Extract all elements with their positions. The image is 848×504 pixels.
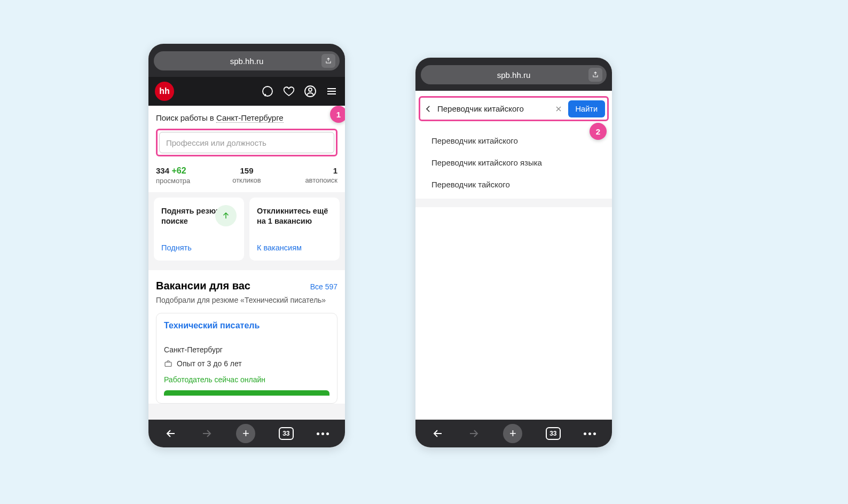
browser-url-bar: spb.hh.ru (148, 44, 345, 77)
vacancies-heading: Вакансии для вас (156, 280, 250, 292)
svg-point-0 (263, 86, 272, 96)
tabs-count-button[interactable]: 33 (546, 427, 561, 440)
find-button[interactable]: Найти (568, 100, 605, 117)
svg-point-2 (309, 88, 312, 91)
card-apply-more[interactable]: Откликнитесь ещё на 1 вакансию К ваканси… (249, 198, 340, 261)
arrow-right-icon (200, 427, 213, 440)
briefcase-icon (164, 359, 172, 368)
card-raise-resume[interactable]: Поднять резюме в поиске Поднять (154, 198, 244, 261)
apply-button-partial[interactable] (164, 390, 329, 396)
vacancy-experience: Опыт от 3 до 6 лет (177, 359, 242, 368)
chat-button[interactable] (261, 84, 274, 98)
stat-views[interactable]: 334 +62 просмотра (156, 166, 216, 185)
suggestions-list: Переводчик китайского Переводчик китайск… (415, 127, 612, 199)
arrow-up-badge (215, 205, 237, 226)
city-link[interactable]: Санкт-Петербурге (216, 113, 284, 123)
vacancy-city: Санкт-Петербург (164, 345, 329, 354)
share-button[interactable] (321, 54, 335, 68)
browser-url-bar: spb.hh.ru (415, 58, 612, 91)
hamburger-icon (325, 85, 338, 98)
suggestion-item[interactable]: Переводчик китайского языка (415, 152, 612, 174)
vacancy-card[interactable]: Технический писатель Санкт-Петербург Опы… (156, 313, 337, 404)
url-pill[interactable]: spb.hh.ru (421, 65, 607, 84)
phone-screenshot-1: 1 spb.hh.ru hh Поиск работы в Санкт-Пете… (148, 44, 345, 447)
nav-back-button[interactable] (431, 427, 444, 440)
search-input[interactable] (159, 132, 334, 153)
back-button[interactable] (422, 104, 434, 114)
employer-online: Работодатель сейчас онлайн (164, 375, 329, 384)
browser-bottom-nav: + 33 (415, 420, 612, 447)
arrow-left-icon (431, 427, 444, 440)
clear-search-button[interactable] (552, 105, 565, 113)
share-icon (592, 71, 599, 78)
stat-autosearch[interactable]: 1 автопоиск (277, 166, 337, 185)
arrow-left-icon (164, 427, 177, 440)
vacancy-title[interactable]: Технический писатель (164, 321, 329, 330)
nav-forward-button[interactable] (467, 427, 480, 440)
nav-forward-button[interactable] (200, 427, 213, 440)
new-tab-button[interactable]: + (503, 424, 522, 443)
arrow-up-icon (221, 211, 231, 220)
search-input[interactable]: Переводчик китайского (437, 100, 549, 117)
hh-logo[interactable]: hh (155, 82, 174, 101)
vacancies-all-link[interactable]: Все 597 (310, 282, 337, 291)
heart-icon (282, 85, 295, 98)
raise-link[interactable]: Поднять (161, 236, 237, 252)
url-text: spb.hh.ru (230, 57, 264, 66)
nav-back-button[interactable] (164, 427, 177, 440)
suggestion-item[interactable]: Переводчик тайского (415, 174, 612, 195)
profile-button[interactable] (303, 84, 317, 98)
tabs-count-button[interactable]: 33 (279, 427, 294, 440)
url-text: spb.hh.ru (497, 70, 531, 80)
arrow-right-icon (467, 427, 480, 440)
search-title: Поиск работы в Санкт-Петербурге (156, 113, 337, 122)
to-vacancies-link[interactable]: К вакансиям (257, 236, 332, 252)
close-icon (554, 105, 563, 113)
callout-badge-1: 1 (330, 106, 345, 123)
share-icon (325, 57, 332, 65)
svg-rect-3 (165, 362, 171, 366)
share-button[interactable] (588, 68, 602, 82)
callout-badge-2: 2 (590, 123, 607, 140)
dots-horizontal-icon (317, 432, 329, 435)
highlight-box-1 (156, 129, 337, 156)
chat-icon (261, 85, 274, 98)
browser-menu-button[interactable] (584, 432, 596, 435)
new-tab-button[interactable]: + (236, 424, 255, 443)
stats-row: 334 +62 просмотра 159 откликов 1 автопои… (148, 160, 345, 192)
user-icon (304, 85, 317, 98)
menu-button[interactable] (325, 84, 339, 98)
highlight-box-2: Переводчик китайского Найти (419, 96, 609, 121)
browser-menu-button[interactable] (317, 432, 329, 435)
vacancies-subtitle: Подобрали для резюме «Технический писате… (156, 295, 337, 305)
stat-responses[interactable]: 159 откликов (216, 166, 277, 185)
favorites-button[interactable] (282, 84, 296, 98)
chevron-left-icon (423, 104, 433, 114)
browser-bottom-nav: + 33 (148, 420, 345, 447)
app-header: hh (148, 77, 345, 106)
dots-horizontal-icon (584, 432, 596, 435)
phone-screenshot-2: 2 spb.hh.ru Переводчик китайского Найти … (415, 58, 612, 447)
url-pill[interactable]: spb.hh.ru (154, 51, 340, 70)
suggestion-item[interactable]: Переводчик китайского (415, 130, 612, 152)
